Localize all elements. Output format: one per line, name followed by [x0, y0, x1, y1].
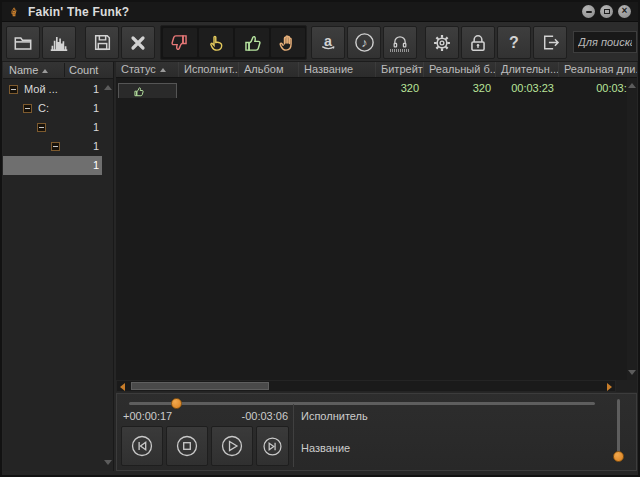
volume-slider[interactable] [617, 399, 620, 461]
tree-item-label: Мой ... [24, 83, 58, 95]
exit-button[interactable] [533, 26, 567, 59]
track-table: Статус Исполнит... Альбом Название Битре… [116, 62, 637, 380]
remaining-time: -00:03:06 [217, 410, 288, 422]
bitrate-cell: 320 [376, 78, 424, 98]
thumbs-up-icon [241, 32, 263, 54]
clear-button[interactable] [121, 26, 155, 59]
scroll-left-icon[interactable] [120, 383, 125, 391]
real-bitrate-cell: 320 [424, 78, 496, 98]
collapse-toggle-icon[interactable] [37, 123, 46, 132]
amazon-lookup-button[interactable]: a [311, 26, 345, 59]
table-header-row: Статус Исполнит... Альбом Название Битре… [116, 62, 637, 78]
collapse-toggle-icon[interactable] [51, 142, 60, 151]
search-input[interactable] [573, 31, 637, 53]
sort-asc-icon [42, 69, 48, 73]
tree-item-count: 1 [93, 140, 99, 152]
amazon-icon: a [317, 32, 339, 54]
column-splitter[interactable] [64, 63, 65, 77]
column-header-real-bitrate[interactable]: Реальный б... [424, 62, 496, 77]
column-header-title[interactable]: Название [299, 62, 376, 77]
music-store-button[interactable]: ♪ [347, 26, 381, 59]
help-button[interactable]: ? [497, 26, 531, 59]
column-header-bitrate[interactable]: Битрейт [376, 62, 424, 77]
collapse-toggle-icon[interactable] [9, 85, 18, 94]
tree-item-folder[interactable]: 1 [3, 137, 102, 156]
album-cell [239, 78, 299, 98]
point-up-button[interactable] [199, 28, 233, 57]
sort-asc-icon [160, 68, 166, 72]
window-title: Fakin' The Funk? [28, 5, 129, 19]
duration-cell: 00:03:23 [496, 78, 559, 98]
thumbs-down-button[interactable] [163, 28, 197, 57]
skip-forward-button[interactable] [256, 426, 289, 466]
scrollbar-thumb[interactable] [131, 382, 269, 390]
stop-hand-button[interactable] [271, 28, 305, 57]
stop-icon [173, 432, 201, 460]
status-cell [116, 78, 179, 98]
tree-item-count: 1 [93, 102, 99, 114]
skip-forward-icon [260, 434, 285, 459]
table-horizontal-scrollbar[interactable] [116, 380, 616, 392]
tree-header-count[interactable]: Count [69, 64, 98, 76]
maximize-button[interactable] [600, 5, 613, 18]
skip-back-icon [128, 432, 156, 460]
tree-item-computer[interactable]: Мой ... 1 [3, 80, 102, 99]
column-header-status[interactable]: Статус [116, 62, 179, 77]
column-header-real-duration[interactable]: Реальная дли... [559, 62, 637, 77]
player-panel: +00:00:17 -00:03:06 Исполнитель Название [116, 393, 637, 471]
rating-button-group [160, 25, 307, 60]
thumbs-up-button[interactable] [235, 28, 269, 57]
close-icon: × [622, 6, 628, 16]
collapse-toggle-icon[interactable] [23, 104, 32, 113]
open-folder-icon [12, 32, 34, 54]
window-controls: × [582, 5, 631, 18]
waveform-analysis-button[interactable] [42, 26, 76, 59]
tree-scrollbar[interactable] [102, 79, 113, 471]
volume-slider-knob[interactable] [613, 451, 624, 462]
open-folder-button[interactable] [6, 26, 40, 59]
scroll-down-icon[interactable] [104, 460, 112, 465]
thumbs-up-status-icon [132, 85, 145, 98]
settings-button[interactable] [425, 26, 459, 59]
seek-slider-knob[interactable] [171, 398, 182, 409]
headphones-icon [390, 33, 410, 52]
tree-item-folder-selected[interactable]: 1 [3, 156, 102, 175]
artist-cell [179, 78, 239, 98]
thumbs-down-icon [169, 32, 191, 54]
stop-button[interactable] [166, 426, 208, 466]
column-header-duration[interactable]: Длительн... [496, 62, 559, 77]
tree-item-drive-c[interactable]: C: 1 [3, 99, 102, 118]
close-button[interactable]: × [618, 5, 631, 18]
scrollbar-corner [616, 380, 637, 392]
headphones-store-button[interactable] [383, 26, 417, 59]
column-header-artist[interactable]: Исполнит... [179, 62, 239, 77]
minimize-button[interactable] [582, 5, 595, 18]
scroll-up-icon[interactable] [104, 85, 112, 90]
title-field-label: Название [301, 442, 350, 454]
maximize-icon [604, 9, 610, 14]
play-button[interactable] [211, 426, 253, 466]
real-duration-cell: 00:03:23 [559, 78, 637, 98]
title-cell [299, 78, 376, 98]
column-header-album[interactable]: Альбом [239, 62, 299, 77]
tree-item-folder[interactable]: 1 [3, 118, 102, 137]
titlebar: Fakin' The Funk? × [2, 2, 638, 22]
track-row[interactable]: 320 320 00:03:23 00:03:23 [116, 78, 637, 98]
minimize-icon [586, 11, 592, 13]
scroll-right-icon[interactable] [607, 383, 612, 391]
lock-button[interactable] [461, 26, 495, 59]
svg-text:♪: ♪ [361, 36, 367, 50]
svg-text:a: a [324, 32, 333, 48]
point-up-hand-icon [205, 32, 227, 54]
play-icon [218, 432, 246, 460]
scroll-up-icon[interactable] [628, 83, 636, 88]
save-button[interactable] [85, 26, 119, 59]
tree-header-name[interactable]: Name [9, 64, 48, 76]
scroll-down-icon[interactable] [628, 370, 636, 375]
skip-back-button[interactable] [121, 426, 163, 466]
headphones-store-label [390, 49, 410, 52]
table-scrollbar[interactable] [627, 78, 637, 380]
seek-slider[interactable] [129, 402, 595, 405]
status-badge[interactable] [118, 83, 177, 98]
clear-x-icon [128, 33, 148, 53]
